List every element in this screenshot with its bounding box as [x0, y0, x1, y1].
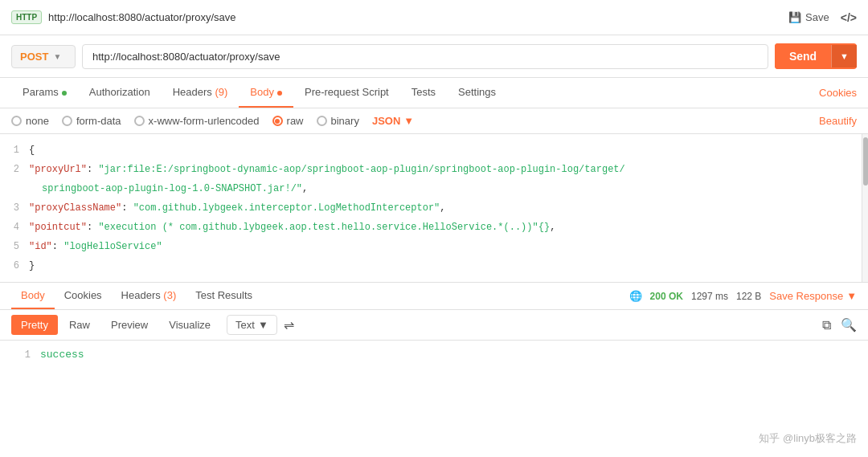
code-line-5: 5 "id": "logHelloService"	[0, 237, 868, 256]
json-format-selector[interactable]: JSON ▼	[372, 115, 414, 127]
title-bar: HTTP http://localhost:8080/actuator/prox…	[0, 0, 868, 35]
send-button[interactable]: Send ▼	[775, 43, 857, 69]
opt-urlencoded[interactable]: x-www-form-urlencoded	[134, 115, 260, 127]
scrollbar-thumb[interactable]	[863, 137, 868, 186]
title-url: http://localhost:8080/actuator/proxy/sav…	[48, 11, 235, 23]
send-main-button[interactable]: Send	[775, 43, 831, 69]
tab-headers[interactable]: Headers (9)	[162, 78, 240, 108]
radio-form-data[interactable]	[62, 116, 72, 126]
save-response-button[interactable]: Save Response ▼	[769, 290, 857, 302]
title-left: HTTP http://localhost:8080/actuator/prox…	[11, 10, 236, 24]
editor-scrollbar[interactable]	[862, 134, 868, 282]
resp-time: 1297 ms	[691, 291, 728, 302]
save-icon: 💾	[788, 11, 801, 23]
copy-icon[interactable]: ⧉	[822, 318, 831, 333]
http-badge: HTTP	[11, 10, 42, 24]
fmt-tab-raw[interactable]: Raw	[59, 315, 100, 335]
opt-binary[interactable]: binary	[317, 115, 359, 127]
code-editor[interactable]: 1 { 2 "proxyUrl": "jar:file:E:/springboo…	[0, 134, 868, 283]
resp-line-1: 1 success	[11, 349, 857, 361]
resp-tab-cookies[interactable]: Cookies	[55, 283, 112, 309]
request-tabs-row: Params Authorization Headers (9) Body Pr…	[0, 78, 868, 108]
resp-success-text: success	[40, 349, 84, 361]
text-format-selector[interactable]: Text ▼	[227, 315, 277, 335]
radio-urlencoded[interactable]	[134, 116, 145, 126]
body-opts-left: none form-data x-www-form-urlencoded raw…	[11, 115, 414, 127]
params-dot	[62, 91, 67, 96]
search-icon[interactable]: 🔍	[841, 317, 857, 333]
resp-tab-test-results[interactable]: Test Results	[186, 283, 262, 309]
resp-tab-body[interactable]: Body	[11, 283, 55, 309]
resp-size: 122 B	[736, 291, 761, 302]
title-save-button[interactable]: 💾 Save	[788, 11, 829, 23]
format-tabs-wrapper: Pretty Raw Preview Visualize Text ▼ ⇌	[11, 315, 294, 335]
code-line-6: 6 }	[0, 256, 868, 275]
format-right: ⧉ 🔍	[822, 317, 857, 333]
body-options-row: none form-data x-www-form-urlencoded raw…	[0, 108, 868, 134]
code-line-1: 1 {	[0, 141, 868, 160]
method-selector[interactable]: POST ▼	[11, 45, 76, 68]
filter-icon[interactable]: ⇌	[284, 317, 294, 333]
tab-settings[interactable]: Settings	[447, 78, 507, 108]
format-bar: Pretty Raw Preview Visualize Text ▼ ⇌ ⧉ …	[0, 310, 868, 341]
tabs-left: Params Authorization Headers (9) Body Pr…	[11, 78, 507, 108]
title-right: 💾 Save </>	[788, 11, 857, 24]
tab-tests[interactable]: Tests	[400, 78, 447, 108]
resp-status: 🌐 200 OK 1297 ms 122 B Save Response ▼	[629, 290, 857, 302]
format-tabs: Pretty Raw Preview Visualize	[11, 315, 220, 335]
fmt-tab-preview[interactable]: Preview	[101, 315, 158, 335]
code-line-3: 3 "proxyClassName": "com.github.lybgeek.…	[0, 198, 868, 218]
resp-tabs-left: Body Cookies Headers (3) Test Results	[11, 283, 262, 309]
save-resp-chevron-icon: ▼	[846, 290, 857, 302]
code-line-2: 2 "proxyUrl": "jar:file:E:/springboot-dy…	[0, 160, 868, 179]
body-dot	[277, 91, 282, 96]
code-line-4: 4 "pointcut": "execution (* com.github.l…	[0, 218, 868, 237]
tab-pre-request[interactable]: Pre-request Script	[293, 78, 400, 108]
fmt-tab-pretty[interactable]: Pretty	[11, 315, 58, 335]
opt-form-data[interactable]: form-data	[62, 115, 121, 127]
url-input[interactable]	[82, 44, 768, 69]
opt-raw[interactable]: raw	[272, 115, 304, 127]
radio-raw[interactable]	[272, 116, 283, 126]
radio-binary[interactable]	[317, 116, 327, 126]
url-bar: POST ▼ Send ▼	[0, 35, 868, 78]
response-tabs-row: Body Cookies Headers (3) Test Results 🌐 …	[0, 283, 868, 310]
beautify-button[interactable]: Beautify	[819, 115, 857, 127]
json-label: JSON	[372, 115, 400, 127]
tab-params[interactable]: Params	[11, 78, 78, 108]
send-arrow-icon[interactable]: ▼	[831, 45, 857, 67]
response-body: 1 success	[0, 341, 868, 381]
radio-none[interactable]	[11, 116, 22, 126]
cookies-link[interactable]: Cookies	[819, 79, 857, 107]
text-label: Text	[235, 319, 255, 331]
globe-icon: 🌐	[629, 290, 642, 302]
resp-tab-headers[interactable]: Headers (3)	[112, 283, 186, 309]
code-button[interactable]: </>	[841, 11, 857, 24]
method-label: POST	[20, 51, 48, 63]
opt-none[interactable]: none	[11, 115, 49, 127]
method-chevron-icon: ▼	[53, 52, 61, 61]
tab-authorization[interactable]: Authorization	[78, 78, 162, 108]
status-code: 200 OK	[650, 291, 683, 302]
code-line-2b: springboot-aop-plugin-log-1.0-SNAPSHOT.j…	[0, 179, 868, 198]
json-chevron-icon: ▼	[403, 115, 414, 127]
tab-body[interactable]: Body	[239, 78, 293, 108]
fmt-tab-visualize[interactable]: Visualize	[159, 315, 220, 335]
text-chevron-icon: ▼	[258, 319, 268, 331]
